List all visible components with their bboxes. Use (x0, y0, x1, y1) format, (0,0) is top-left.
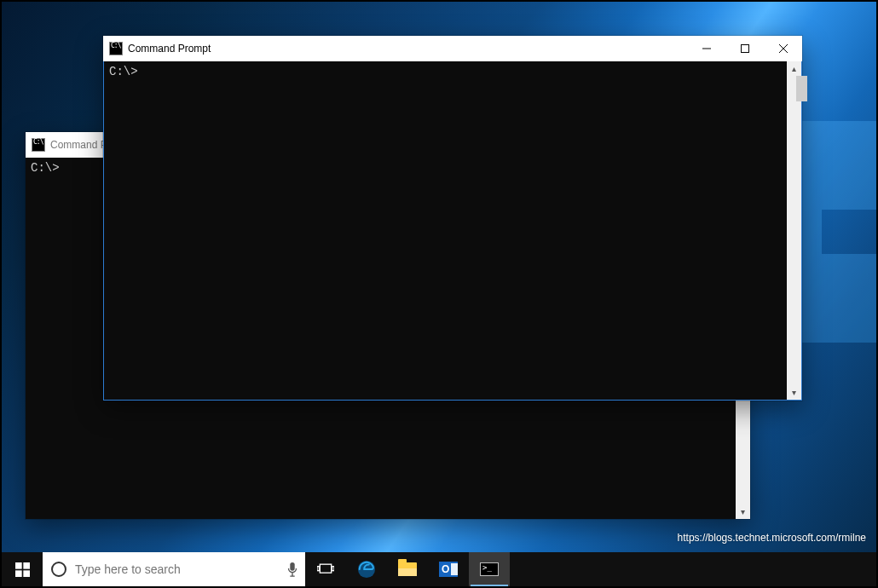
titlebar-front[interactable]: Command Prompt (103, 36, 802, 61)
scroll-down-icon[interactable]: ▾ (736, 504, 750, 519)
start-button[interactable] (2, 552, 43, 586)
taskbar-app-cmd[interactable]: >_ (469, 552, 510, 586)
svg-rect-5 (23, 570, 30, 577)
svg-rect-3 (23, 562, 30, 569)
cmd-app-icon (109, 42, 123, 55)
cortana-icon (51, 562, 66, 577)
console-body: C:\> ▴ ▾ (103, 61, 802, 401)
taskbar-app-edge[interactable] (346, 552, 387, 586)
scroll-down-icon[interactable]: ▾ (787, 385, 801, 400)
windows-logo-icon (15, 562, 30, 577)
svg-rect-6 (290, 562, 294, 571)
outlook-icon: O (439, 562, 458, 577)
svg-rect-8 (317, 567, 320, 571)
taskbar-app-outlook[interactable]: O (428, 552, 469, 586)
scroll-up-icon[interactable]: ▴ (787, 61, 801, 76)
minimize-button[interactable] (687, 36, 725, 61)
svg-rect-4 (15, 570, 22, 577)
mic-icon[interactable] (286, 562, 298, 577)
close-button[interactable] (764, 36, 802, 61)
scrollbar[interactable]: ▴ ▾ (787, 61, 801, 400)
cmd-window-front[interactable]: Command Prompt C:\> ▴ ▾ (103, 36, 802, 401)
svg-rect-7 (320, 564, 331, 573)
search-box[interactable] (43, 552, 305, 586)
edge-icon (357, 560, 376, 579)
search-input[interactable] (75, 562, 278, 576)
cmd-icon: >_ (480, 562, 499, 576)
cmd-app-icon (32, 138, 45, 152)
svg-rect-1 (741, 45, 748, 53)
taskbar-app-explorer[interactable] (387, 552, 428, 586)
svg-rect-2 (15, 562, 22, 569)
credit-url: https://blogs.technet.microsoft.com/rmil… (678, 532, 866, 544)
taskbar: O >_ (2, 552, 876, 586)
folder-icon (398, 562, 417, 576)
scroll-thumb[interactable] (796, 76, 807, 101)
svg-rect-9 (332, 567, 335, 571)
maximize-button[interactable] (725, 36, 764, 61)
task-view-icon (317, 562, 334, 576)
task-view-button[interactable] (305, 552, 346, 586)
console-output[interactable]: C:\> (104, 61, 787, 400)
window-title: Command Prompt (128, 43, 211, 55)
